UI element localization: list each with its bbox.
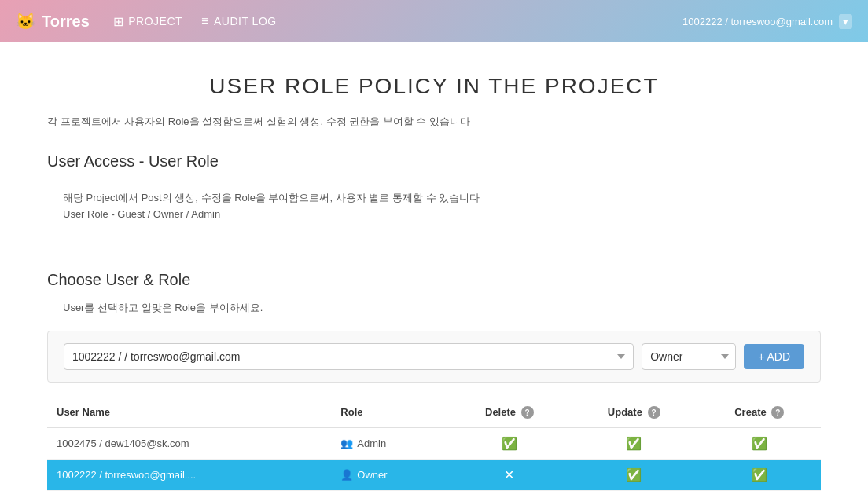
app-header: 🐱 Torres ⊞ PROJECT ≡ AUDIT LOG 1002222 /… [0,0,868,42]
role-select[interactable]: Guest Owner Admin [642,343,736,370]
user-menu-chevron[interactable]: ▾ [839,14,852,29]
add-button[interactable]: + ADD [744,344,804,369]
page-title: USER ROLE POLICY IN THE PROJECT [47,74,821,99]
section-divider [47,251,821,251]
update-check-icon: ✅ [626,437,642,450]
table-header-row: User Name Role Delete ? Update ? Create [47,398,821,428]
section1-info2: User Role - Guest / Owner / Admin [63,207,805,223]
table-row[interactable]: 1002222 / torreswoo@gmail.... 👤 Owner ✕ … [47,460,821,491]
cell-role-selected: 👤 Owner [331,460,449,491]
cell-delete-selected: ✕ [449,460,570,491]
main-nav: ⊞ PROJECT ≡ AUDIT LOG [113,14,659,29]
cell-delete: ✅ [449,427,570,460]
nav-item-audit-log[interactable]: ≡ AUDIT LOG [201,14,277,28]
cell-username-selected: 1002222 / torreswoo@gmail.... [47,460,331,491]
create-question-icon[interactable]: ? [771,406,784,419]
update-check-icon-selected: ✅ [626,468,642,482]
role-icon: 👥 [340,438,353,449]
col-header-update: Update ? [570,398,698,428]
audit-log-icon: ≡ [201,14,209,28]
delete-check-icon: ✅ [502,437,517,450]
user-role-table: User Name Role Delete ? Update ? Create [47,398,821,492]
user-select[interactable]: 1002222 / / torreswoo@gmail.com [64,343,634,370]
create-check-icon-selected: ✅ [752,468,767,482]
section1-info: 해당 Project에서 Post의 생성, 수정을 Role을 부여함으로써,… [47,182,821,231]
col-header-role: Role [331,398,449,428]
table-row[interactable]: 1002475 / dew1405@sk.com 👥 Admin ✅ ✅ [47,427,821,460]
project-icon: ⊞ [113,14,124,29]
role-label: Admin [357,438,386,449]
brand: 🐱 Torres [16,12,90,31]
cell-create: ✅ [698,427,821,460]
nav-label-project: PROJECT [128,15,182,27]
nav-label-audit-log: AUDIT LOG [214,15,277,27]
page-subtitle: 각 프로젝트에서 사용자의 Role을 설정함으로써 실험의 생성, 수정 권한… [47,115,821,129]
nav-item-project[interactable]: ⊞ PROJECT [113,14,182,29]
cell-role: 👥 Admin [331,427,449,460]
section2-title: Choose User & Role [47,271,821,289]
section1-title: User Access - User Role [47,152,821,170]
role-owner-icon: 👤 [340,469,353,481]
user-menu: 1002222 / torreswoo@gmail.com ▾ [682,14,852,29]
section-choose-user-role: Choose User & Role User를 선택하고 알맞은 Role을 … [47,271,821,492]
main-content: USER ROLE POLICY IN THE PROJECT 각 프로젝트에서… [0,42,868,498]
col-header-delete: Delete ? [449,398,570,428]
cell-username: 1002475 / dew1405@sk.com [47,427,331,460]
update-question-icon[interactable]: ? [648,406,660,419]
brand-name: Torres [42,13,90,31]
section2-subtitle: User를 선택하고 알맞은 Role을 부여하세요. [47,301,821,315]
cell-update-selected: ✅ [570,460,698,491]
delete-question-icon[interactable]: ? [521,406,534,419]
create-check-icon: ✅ [752,437,767,450]
col-header-create: Create ? [698,398,821,428]
cell-update: ✅ [570,427,698,460]
user-label: 1002222 / torreswoo@gmail.com [682,16,833,27]
cell-create-selected: ✅ [698,460,821,491]
brand-icon: 🐱 [16,12,35,31]
col-header-username: User Name [47,398,331,428]
delete-x-icon[interactable]: ✕ [458,467,561,482]
role-owner-label: Owner [357,469,387,481]
form-row: 1002222 / / torreswoo@gmail.com Guest Ow… [47,331,821,383]
section-user-access: User Access - User Role 해당 Project에서 Pos… [47,152,821,231]
section1-info1: 해당 Project에서 Post의 생성, 수정을 Role을 부여함으로써,… [63,190,805,207]
